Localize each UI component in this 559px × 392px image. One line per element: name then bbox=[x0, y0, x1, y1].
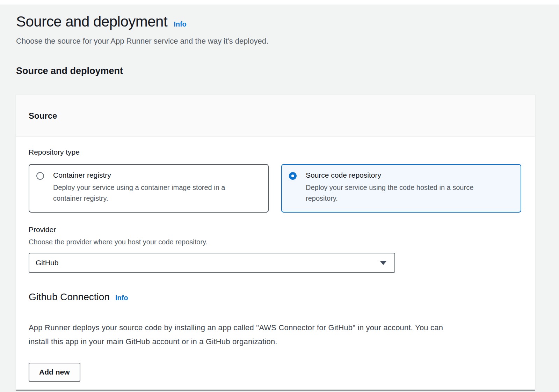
github-connection-header: Github Connection Info bbox=[29, 291, 522, 303]
github-connection-description-line1: App Runner deploys your source code by i… bbox=[29, 321, 522, 335]
tile-text: Container registry Deploy your service u… bbox=[53, 170, 248, 206]
section-heading: Source and deployment bbox=[16, 65, 535, 76]
add-new-button[interactable]: Add new bbox=[29, 363, 80, 382]
radio-unselected-icon[interactable] bbox=[36, 172, 44, 180]
repository-type-label: Repository type bbox=[29, 147, 522, 157]
provider-select-value: GitHub bbox=[36, 259, 58, 267]
page-header: Source and deployment Info bbox=[16, 13, 535, 30]
tile-container-registry-description: Deploy your service using a container im… bbox=[53, 182, 248, 204]
main-content: Source and deployment Info Choose the so… bbox=[0, 13, 559, 390]
tile-source-code-repository[interactable]: Source code repository Deploy your servi… bbox=[281, 164, 521, 213]
github-connection-description-line2: install this app in your main GitHub acc… bbox=[29, 335, 522, 349]
provider-description: Choose the provider where you host your … bbox=[29, 237, 522, 246]
source-card-title: Source bbox=[29, 111, 57, 121]
github-connection-heading: Github Connection bbox=[29, 291, 110, 303]
page: { "page": { "title": "Source and deploym… bbox=[0, 0, 559, 392]
caret-down-icon bbox=[380, 261, 387, 265]
top-strip bbox=[0, 0, 559, 5]
page-subtitle: Choose the source for your App Runner se… bbox=[16, 36, 535, 46]
card-footer-divider bbox=[16, 389, 535, 390]
source-card-header: Source bbox=[16, 95, 535, 137]
radio-selected-icon[interactable] bbox=[289, 172, 297, 180]
repository-type-tiles: Container registry Deploy your service u… bbox=[29, 164, 522, 213]
tile-container-registry-label: Container registry bbox=[53, 170, 248, 180]
page-title: Source and deployment bbox=[16, 13, 167, 30]
tile-text: Source code repository Deploy your servi… bbox=[306, 170, 501, 206]
source-card-body: Repository type Container registry Deplo… bbox=[16, 137, 535, 390]
source-card: Source Repository type Container registr… bbox=[16, 95, 535, 390]
tile-source-code-repository-label: Source code repository bbox=[306, 170, 501, 180]
tile-container-registry[interactable]: Container registry Deploy your service u… bbox=[29, 164, 269, 213]
page-title-info-link[interactable]: Info bbox=[174, 20, 187, 28]
provider-select[interactable]: GitHub bbox=[29, 253, 395, 273]
provider-label: Provider bbox=[29, 225, 522, 234]
github-connection-info-link[interactable]: Info bbox=[115, 294, 128, 302]
github-connection-description: App Runner deploys your source code by i… bbox=[29, 321, 522, 349]
tile-source-code-repository-description: Deploy your service using the code hoste… bbox=[306, 182, 501, 204]
